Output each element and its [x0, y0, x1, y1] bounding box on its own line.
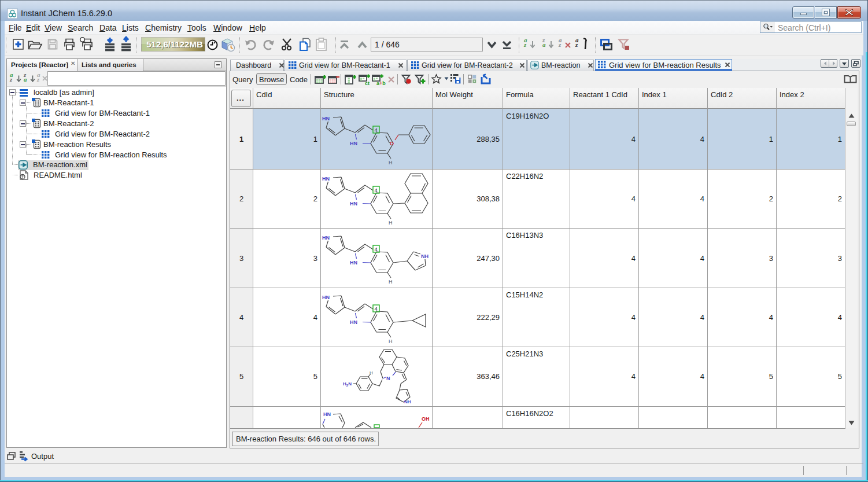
svg-text:NH: NH — [421, 253, 429, 259]
svg-text:H2N: H2N — [343, 381, 352, 387]
svg-text:HN: HN — [323, 411, 331, 417]
svg-text:ct: ct — [365, 80, 370, 86]
svg-text:N: N — [386, 376, 390, 381]
svg-text:H: H — [370, 370, 373, 376]
svg-text:OH: OH — [422, 416, 430, 422]
svg-text:NH: NH — [404, 399, 411, 404]
svg-text:O: O — [390, 141, 394, 146]
svg-text:a+b: a+b — [376, 80, 386, 86]
